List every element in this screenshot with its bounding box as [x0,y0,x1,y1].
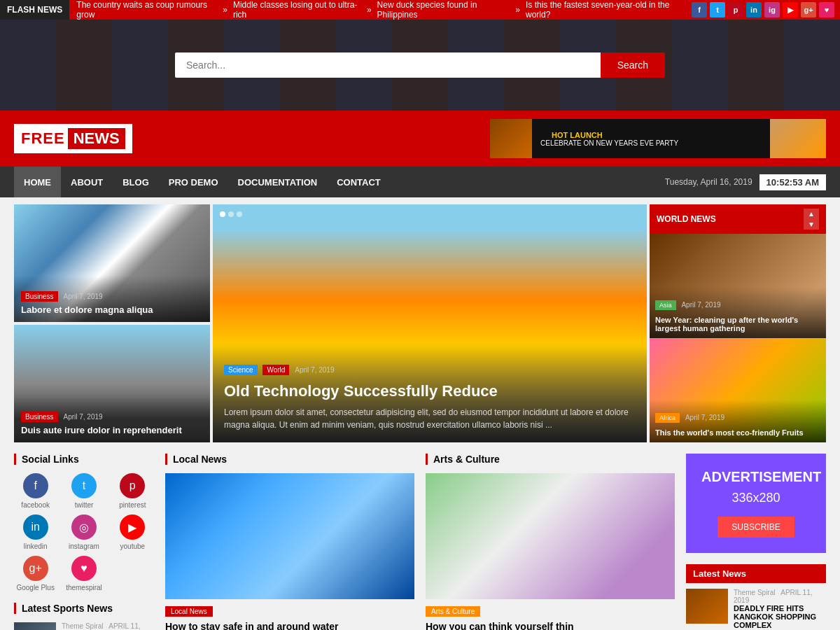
ad-column: ADVERTISEMENT 336x280 SUBSCRIBE Latest N… [686,454,826,630]
news-grid: Local News Local News How to stay safe i… [165,454,675,630]
nav-about[interactable]: ABOUT [61,167,113,197]
featured-small-1[interactable]: Business April 7, 2019 Labore et dolore … [14,204,210,322]
featured-small-1-date: April 7, 2019 [63,293,102,300]
ad-banner-content: HOT LAUNCH CELEBRATE ON NEW YEARS EVE PA… [532,131,687,147]
featured-small-2[interactable]: Business April 7, 2019 Duis aute irure d… [14,325,210,442]
featured-center-title: Old Technology Successfully Reduce [224,382,636,400]
world-news-item-2-label: Africa April 7, 2019 This the world's mo… [650,400,826,442]
linkedin-link-label: linkedin [24,542,48,550]
linkedin-icon[interactable]: in [746,2,762,18]
featured-small-2-date: April 7, 2019 [63,413,102,421]
latest-news-item-1[interactable]: Theme Spiral APRIL 11, 2019 DEADLY FIRE … [686,589,826,629]
featured-grid: Business April 7, 2019 Labore et dolore … [14,204,826,442]
facebook-icon[interactable]: f [692,2,707,18]
linkedin-link-icon: in [23,514,48,540]
pinterest-link-icon: p [120,473,145,498]
local-news-section: Local News Local News How to stay safe i… [165,454,414,630]
google-plus-link-icon: g+ [23,556,48,581]
featured-center-tag-2: World [262,365,289,375]
themespiral-link-label: themespiral [66,584,102,592]
featured-center[interactable]: Science World April 7, 2019 Old Technolo… [213,204,647,442]
twitter-link-label: twitter [75,501,94,509]
youtube-icon[interactable]: ▶ [783,2,798,18]
ad-banner-model [770,119,826,158]
nav-contact[interactable]: CONTACT [327,167,391,197]
social-link-youtube[interactable]: ▶ youtube [111,514,154,550]
google-plus-icon[interactable]: g+ [801,2,816,18]
nav-prodemo[interactable]: PRO DEMO [159,167,228,197]
world-news-item-2-tags: Africa April 7, 2019 [655,411,820,426]
flash-item-2: Middle classes losing out to ultra-rich [233,0,361,20]
nav-documentation[interactable]: DOCUMENTATION [228,167,328,197]
twitter-icon[interactable]: t [710,2,725,18]
social-link-googleplus[interactable]: g+ Google Plus [14,556,57,592]
header-bg: Search [0,20,840,111]
local-news-image[interactable] [165,473,414,599]
nav-clock: 10:52:53 AM [760,174,826,190]
social-link-linkedin[interactable]: in linkedin [14,514,57,550]
logo-free: FREE [21,130,65,148]
flash-label: FLASH NEWS [0,0,69,20]
flash-news-bar: FLASH NEWS The country waits as coup rum… [0,0,840,20]
arts-culture-cat: Arts & Culture [426,606,480,617]
lower-section: Social Links f facebook t twitter p pint… [14,454,826,630]
search-button[interactable]: Search [601,52,665,78]
subscribe-button[interactable]: SUBSCRIBE [718,517,794,538]
twitter-link-icon: t [71,473,97,498]
advertisement-box: ADVERTISEMENT 336x280 SUBSCRIBE [686,454,826,553]
arts-culture-article-title: How you can think yourself thin [426,621,675,630]
arts-culture-image[interactable] [426,473,675,599]
featured-small-1-tag: Business [21,291,58,302]
social-link-themespiral[interactable]: ♥ themespiral [62,556,105,592]
sports-text-1: Theme Spiral APRIL 11, 2019 IS THIS THE … [62,622,154,630]
social-link-instagram[interactable]: ◎ instagram [62,514,105,550]
search-input[interactable] [175,52,601,78]
social-links-grid: f facebook t twitter p pinterest in link… [14,473,154,592]
pinterest-icon[interactable]: p [728,2,743,18]
scroll-arrows[interactable]: ▲ ▼ [804,209,819,230]
heart-icon[interactable]: ♥ [819,2,834,18]
scroll-down[interactable]: ▼ [804,219,819,230]
featured-small-1-title: Labore et dolore magna aliqua [21,304,203,315]
news-column: Local News Local News How to stay safe i… [165,454,675,630]
ad-size: 336x280 [701,491,811,505]
scroll-up[interactable]: ▲ [804,209,819,219]
sports-item-1[interactable]: Theme Spiral APRIL 11, 2019 IS THIS THE … [14,622,154,630]
ad-banner-title: HOT LAUNCH [540,131,678,139]
featured-center-excerpt: Lorem ipsum dolor sit amet, consectetur … [224,406,636,431]
world-news: WORLD NEWS ▲ ▼ Asia April 7, 2019 New Ye… [650,204,826,442]
featured-left: Business April 7, 2019 Labore et dolore … [14,204,210,442]
featured-center-date: April 7, 2019 [295,366,334,374]
search-bar: Search [175,52,665,78]
flash-sep-2: » [367,5,372,15]
world-news-item-2[interactable]: Africa April 7, 2019 This the world's mo… [650,338,826,442]
nav-blog[interactable]: BLOG [113,167,159,197]
pinterest-link-label: pinterest [119,501,146,509]
nav-date: Tuesday, April 16, 2019 [665,177,752,187]
sports-thumb-1 [14,622,56,630]
flash-sep-3: » [515,5,520,15]
flash-ticker: The country waits as coup rumours grow »… [69,0,692,20]
latest-news-header: Latest News [686,564,826,583]
sports-author-1: Theme Spiral [62,622,103,630]
ad-banner: HOT LAUNCH CELEBRATE ON NEW YEARS EVE PA… [490,119,826,158]
social-link-facebook[interactable]: f facebook [14,473,57,509]
world-news-item-1-tag: Asia [655,300,676,310]
instagram-icon[interactable]: ig [764,2,780,18]
world-news-item-1-label: Asia April 7, 2019 New Year: cleaning up… [650,287,826,338]
nav-home[interactable]: HOME [14,167,61,197]
nav-bar: HOME ABOUT BLOG PRO DEMO DOCUMENTATION C… [0,167,840,197]
social-link-twitter[interactable]: t twitter [62,473,105,509]
facebook-link-label: facebook [21,501,50,509]
instagram-link-icon: ◎ [71,514,97,540]
featured-center-tags: Science World April 7, 2019 [224,363,636,378]
themespiral-link-icon: ♥ [71,556,97,581]
world-news-item-1[interactable]: Asia April 7, 2019 New Year: cleaning up… [650,234,826,338]
arts-culture-section: Arts & Culture Arts & Culture How you ca… [426,454,675,630]
social-link-pinterest[interactable]: p pinterest [111,473,154,509]
world-news-item-2-title: This the world's most eco-friendly Fruit… [655,428,820,437]
world-news-title: WORLD NEWS [657,214,716,224]
logo-box[interactable]: FREE NEWS [14,124,132,153]
featured-small-1-label: Business April 7, 2019 Labore et dolore … [14,276,210,322]
world-news-item-2-tag: Africa [655,413,680,423]
